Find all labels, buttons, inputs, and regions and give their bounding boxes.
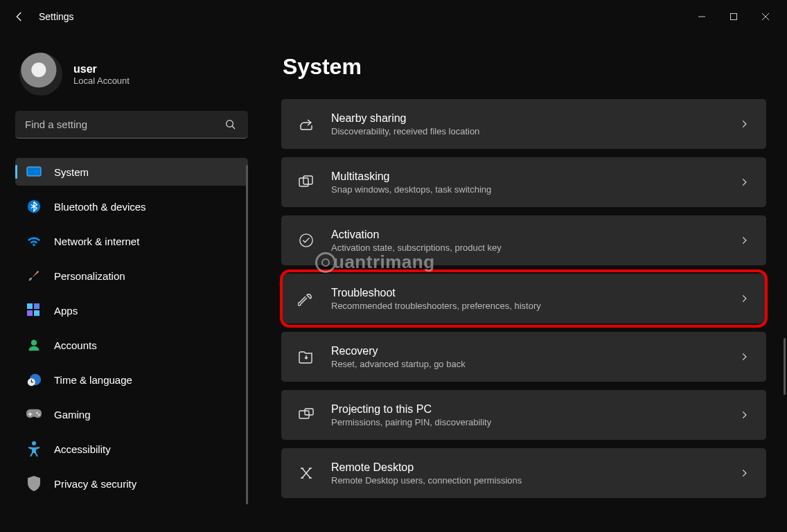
nav-bluetooth[interactable]: Bluetooth & devices xyxy=(15,193,248,220)
search-wrap xyxy=(15,111,248,139)
system-icon xyxy=(26,164,42,179)
check-circle-icon xyxy=(295,233,317,248)
card-recovery[interactable]: Recovery Reset, advanced startup, go bac… xyxy=(281,332,766,382)
close-button[interactable] xyxy=(750,6,781,28)
nav-label: Network & internet xyxy=(54,236,139,247)
card-activation[interactable]: Activation Activation state, subscriptio… xyxy=(281,215,766,265)
windows-icon xyxy=(295,175,317,189)
nav-label: Privacy & security xyxy=(54,478,136,490)
gamepad-icon xyxy=(26,407,42,422)
wrench-icon xyxy=(295,290,317,307)
card-remote-desktop[interactable]: Remote Desktop Remote Desktop users, con… xyxy=(281,448,766,498)
card-title: Activation xyxy=(331,229,736,241)
clock-globe-icon xyxy=(26,372,42,387)
nav-label: Personalization xyxy=(54,270,125,282)
svg-rect-12 xyxy=(34,310,39,316)
nav-label: Time & language xyxy=(54,374,132,386)
nav-apps[interactable]: Apps xyxy=(15,296,248,324)
main: System Nearby sharing Discoverability, r… xyxy=(263,33,787,532)
search-icon xyxy=(224,118,237,131)
chevron-right-icon xyxy=(736,468,752,478)
settings-list: Nearby sharing Discoverability, received… xyxy=(281,99,766,498)
card-title: Remote Desktop xyxy=(331,461,736,474)
nav-label: Apps xyxy=(54,305,78,317)
scrollbar[interactable] xyxy=(784,338,786,395)
svg-line-5 xyxy=(232,126,235,129)
svg-rect-10 xyxy=(34,303,39,309)
card-subtitle: Activation state, subscriptions, product… xyxy=(331,242,736,253)
card-title: Projecting to this PC xyxy=(331,403,736,416)
chevron-right-icon xyxy=(736,177,752,187)
app-title: Settings xyxy=(39,11,74,22)
card-title: Recovery xyxy=(331,345,736,357)
card-title: Nearby sharing xyxy=(331,112,736,125)
card-nearby-sharing[interactable]: Nearby sharing Discoverability, received… xyxy=(281,99,766,149)
svg-point-13 xyxy=(31,340,37,346)
nav-label: Accounts xyxy=(54,339,97,351)
search-input[interactable] xyxy=(15,111,248,139)
card-multitasking[interactable]: Multitasking Snap windows, desktops, tas… xyxy=(281,157,766,207)
nav-network[interactable]: Network & internet xyxy=(15,227,248,255)
person-icon xyxy=(26,337,42,353)
svg-rect-6 xyxy=(27,167,41,176)
titlebar: Settings xyxy=(0,0,787,33)
chevron-right-icon xyxy=(736,119,752,129)
nav-personalization[interactable]: Personalization xyxy=(15,262,248,290)
nav-label: Bluetooth & devices xyxy=(54,201,146,213)
nav-privacy[interactable]: Privacy & security xyxy=(15,470,248,497)
brush-icon xyxy=(26,268,42,283)
chevron-right-icon xyxy=(736,294,752,303)
sidebar: user Local Account System Bluetooth & de… xyxy=(0,33,263,532)
window-controls xyxy=(686,6,781,28)
user-block[interactable]: user Local Account xyxy=(19,53,248,96)
share-icon xyxy=(295,116,317,132)
svg-point-16 xyxy=(36,412,38,414)
accessibility-icon xyxy=(26,441,42,456)
svg-rect-11 xyxy=(27,310,33,316)
nav-time[interactable]: Time & language xyxy=(15,366,248,393)
avatar xyxy=(19,53,62,96)
nav: System Bluetooth & devices Network & int… xyxy=(15,158,248,504)
nav-accounts[interactable]: Accounts xyxy=(15,331,248,359)
chevron-right-icon xyxy=(736,236,752,245)
maximize-button[interactable] xyxy=(718,6,750,28)
back-button[interactable] xyxy=(6,3,33,30)
card-subtitle: Permissions, pairing PIN, discoverabilit… xyxy=(331,417,736,427)
svg-point-17 xyxy=(38,414,40,416)
card-subtitle: Discoverability, received files location xyxy=(331,126,736,136)
minimize-button[interactable] xyxy=(686,6,718,28)
card-projecting[interactable]: Projecting to this PC Permissions, pairi… xyxy=(281,390,766,440)
user-subtitle: Local Account xyxy=(73,76,130,86)
svg-point-20 xyxy=(32,441,36,445)
nav-label: Gaming xyxy=(54,409,91,420)
card-subtitle: Recommended troubleshooters, preferences… xyxy=(331,301,736,311)
card-subtitle: Reset, advanced startup, go back xyxy=(331,359,736,369)
user-name: user xyxy=(73,63,130,76)
svg-point-4 xyxy=(227,121,233,127)
card-title: Multitasking xyxy=(331,170,736,183)
page-title: System xyxy=(283,54,766,80)
remote-icon xyxy=(295,466,317,481)
nav-label: Accessibility xyxy=(54,443,111,455)
apps-icon xyxy=(26,303,42,318)
card-subtitle: Snap windows, desktops, task switching xyxy=(331,184,736,195)
svg-point-23 xyxy=(300,234,312,247)
chevron-right-icon xyxy=(736,352,752,362)
recovery-icon xyxy=(295,349,317,364)
svg-rect-19 xyxy=(28,414,33,415)
nav-accessibility[interactable]: Accessibility xyxy=(15,435,248,463)
nav-system[interactable]: System xyxy=(15,158,248,186)
nav-label: System xyxy=(54,166,89,178)
card-subtitle: Remote Desktop users, connection permiss… xyxy=(331,475,736,486)
svg-rect-9 xyxy=(27,303,33,309)
wifi-icon xyxy=(26,233,42,249)
project-icon xyxy=(295,408,317,422)
card-troubleshoot[interactable]: Troubleshoot Recommended troubleshooters… xyxy=(281,274,766,323)
shield-icon xyxy=(26,476,42,491)
svg-rect-1 xyxy=(731,14,737,20)
card-title: Troubleshoot xyxy=(331,287,736,299)
nav-gaming[interactable]: Gaming xyxy=(15,400,248,428)
chevron-right-icon xyxy=(736,410,752,420)
bluetooth-icon xyxy=(26,199,42,214)
